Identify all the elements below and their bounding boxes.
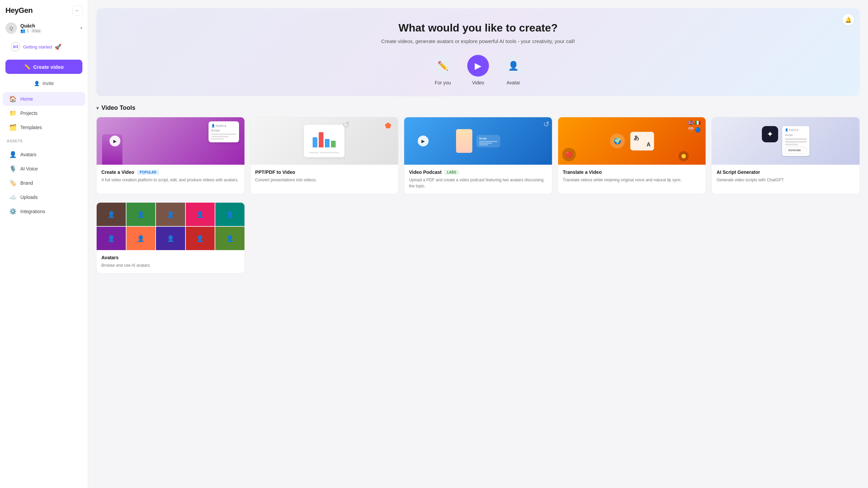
- video-tools-header[interactable]: ▾ Video Tools: [96, 104, 860, 111]
- brand-icon: 🏷️: [9, 180, 16, 186]
- sidebar-header: HeyGen ←: [0, 5, 88, 20]
- play-icon: ▶: [110, 136, 120, 146]
- for-you-icon: ✏️: [432, 55, 454, 77]
- sidebar-item-brand[interactable]: 🏷️ Brand: [3, 176, 85, 190]
- video-label: Video: [472, 80, 484, 85]
- uploads-icon: ☁️: [9, 194, 16, 201]
- ai-script-card[interactable]: ✦ 👤 Karen ▸ Script Generate: [711, 117, 860, 194]
- template-icon: 🗂️: [9, 124, 16, 131]
- card-title: Video Podcast: [409, 169, 441, 175]
- card-thumbnail: ↺ ⬟: [251, 117, 398, 165]
- avatar-cell: 👤: [126, 203, 156, 226]
- assets-grid: 👤 👤 👤 👤 👤 👤 👤 👤 👤 👤 Avatars Browse and u…: [96, 202, 860, 273]
- ppt-thumb: ↺ ⬟: [251, 117, 398, 165]
- card-thumbnail: ↺ Script ▶: [404, 117, 552, 165]
- sidebar-item-avatars[interactable]: 👤 Avatars: [3, 148, 85, 161]
- progress-indicator: 0/3: [11, 42, 20, 52]
- user-members-count: 1: [27, 28, 29, 33]
- rocket-icon: 🚀: [55, 44, 61, 50]
- translate-thumb: 🇬🇧 🇮🇹 🎌 🔵 🌍 あ A 🔴: [558, 117, 706, 165]
- ai-voice-icon: 🎙️: [9, 165, 16, 172]
- home-icon: 🏠: [9, 96, 16, 102]
- avatar-cell: 👤: [186, 203, 215, 226]
- sidebar-item-projects[interactable]: 📁 Projects: [3, 106, 85, 120]
- video-tools-grid: 👤 Karen ▸ Script ▶ Create a Video POPULA…: [96, 117, 860, 194]
- translate-video-card[interactable]: 🇬🇧 🇮🇹 🎌 🔵 🌍 あ A 🔴: [558, 117, 706, 194]
- avatars-icon: 👤: [9, 151, 16, 158]
- podcast-thumb: ↺ Script ▶: [404, 117, 552, 165]
- hero-tabs: ✏️ For you ▶ Video 👤 Avatar: [103, 55, 853, 85]
- card-title: Translate a Video: [563, 169, 602, 175]
- card-thumbnail: 🇬🇧 🇮🇹 🎌 🔵 🌍 あ A 🔴: [558, 117, 706, 165]
- for-you-label: For you: [435, 80, 451, 85]
- card-title: PPT/PDF to Video: [255, 169, 295, 175]
- card-title: Avatars: [101, 255, 119, 260]
- card-description: Browse and use AI avatars.: [101, 262, 240, 268]
- card-title: Create a Video: [101, 169, 134, 175]
- card-description: Translate videos while retaining origina…: [563, 177, 701, 183]
- sidebar-item-label: Home: [20, 96, 33, 102]
- create-thumb: 👤 Karen ▸ Script ▶: [97, 117, 244, 165]
- avatar-cell: 👤: [215, 227, 244, 250]
- create-video-label: Create video: [33, 64, 64, 70]
- logo: HeyGen: [5, 6, 33, 15]
- sidebar-item-label: AI Voice: [20, 166, 38, 171]
- ppt-to-video-card[interactable]: ↺ ⬟: [250, 117, 399, 194]
- hero-tab-avatar[interactable]: 👤 Avatar: [502, 55, 524, 85]
- invite-label: Invite: [42, 81, 54, 86]
- card-thumbnail: 👤 Karen ▸ Script ▶: [97, 117, 244, 165]
- card-description: Convert presentations into videos.: [255, 177, 394, 183]
- hero-banner: 🔔 What would you like to create? Create …: [96, 8, 860, 96]
- create-video-button[interactable]: ✏️ Create video: [5, 60, 82, 74]
- sidebar-item-label: Uploads: [20, 195, 38, 200]
- avatar-label: Avatar: [507, 80, 520, 85]
- invite-icon: 👤: [34, 81, 40, 86]
- create-video-card[interactable]: 👤 Karen ▸ Script ▶ Create a Video POPULA…: [96, 117, 245, 194]
- card-thumbnail: ✦ 👤 Karen ▸ Script Generate: [712, 117, 860, 165]
- card-thumbnail: 👤 👤 👤 👤 👤 👤 👤 👤 👤 👤: [97, 203, 244, 250]
- user-members-icon: 👥: [20, 28, 25, 33]
- video-podcast-card[interactable]: ↺ Script ▶: [404, 117, 552, 194]
- avatars-card[interactable]: 👤 👤 👤 👤 👤 👤 👤 👤 👤 👤 Avatars Browse and u…: [96, 202, 245, 273]
- collapse-button[interactable]: ←: [72, 5, 82, 16]
- avatar-cell: 👤: [215, 203, 244, 226]
- user-section[interactable]: Q Quách 👥 1 Free ▾: [0, 20, 88, 37]
- sidebar-item-label: Avatars: [20, 152, 36, 157]
- card-description: Upload a PDF and create a video podcast …: [409, 177, 547, 189]
- sidebar-item-templates[interactable]: 🗂️ Templates: [3, 121, 85, 134]
- card-description: A full video creation platform to script…: [101, 177, 240, 183]
- getting-started-label: Getting started: [23, 44, 52, 49]
- play-icon: ▶: [418, 136, 429, 146]
- ai-thumb: ✦ 👤 Karen ▸ Script Generate: [712, 117, 860, 165]
- sidebar-item-uploads[interactable]: ☁️ Uploads: [3, 190, 85, 204]
- plan-badge: Free: [31, 28, 42, 33]
- notification-button[interactable]: 🔔: [842, 14, 854, 26]
- sidebar-item-label: Projects: [20, 110, 38, 116]
- getting-started[interactable]: 0/3 Getting started 🚀: [5, 39, 82, 54]
- sidebar: HeyGen ← Q Quách 👥 1 Free ▾ 0/3 Getting …: [0, 0, 88, 488]
- invite-button[interactable]: 👤 Invite: [0, 78, 88, 89]
- card-title: AI Script Generator: [716, 169, 760, 175]
- assets-section-label: Assets: [0, 135, 88, 144]
- sidebar-item-integrations[interactable]: ⚙️ Integrations: [3, 205, 85, 218]
- integrations-icon: ⚙️: [9, 208, 16, 215]
- card-description: Generate video scripts with ChatGPT.: [716, 177, 855, 183]
- avatar-cell: 👤: [97, 203, 126, 226]
- assets-nav-section: 👤 Avatars 🎙️ AI Voice 🏷️ Brand ☁️ Upload…: [0, 147, 88, 219]
- sidebar-item-ai-voice[interactable]: 🎙️ AI Voice: [3, 162, 85, 176]
- avatar-cell: 👤: [186, 227, 215, 250]
- video-icon: ▶: [467, 55, 489, 77]
- hero-tab-for-you[interactable]: ✏️ For you: [432, 55, 454, 85]
- main-content: 🔔 What would you like to create? Create …: [88, 0, 868, 488]
- user-name: Quách: [20, 23, 77, 28]
- chevron-icon: ▾: [96, 105, 99, 111]
- nav-section: 🏠 Home 📁 Projects 🗂️ Templates: [0, 92, 88, 135]
- hero-subtitle: Create videos, generate avatars or explo…: [103, 38, 853, 44]
- popular-badge: POPULAR: [137, 170, 159, 175]
- avatar-cell: 👤: [156, 203, 185, 226]
- sidebar-item-home[interactable]: 🏠 Home: [3, 92, 85, 106]
- hero-tab-video[interactable]: ▶ Video: [467, 55, 489, 85]
- avatar-cell: 👤: [97, 227, 126, 250]
- hero-title: What would you like to create?: [103, 22, 853, 34]
- avatar-cell: 👤: [126, 227, 156, 250]
